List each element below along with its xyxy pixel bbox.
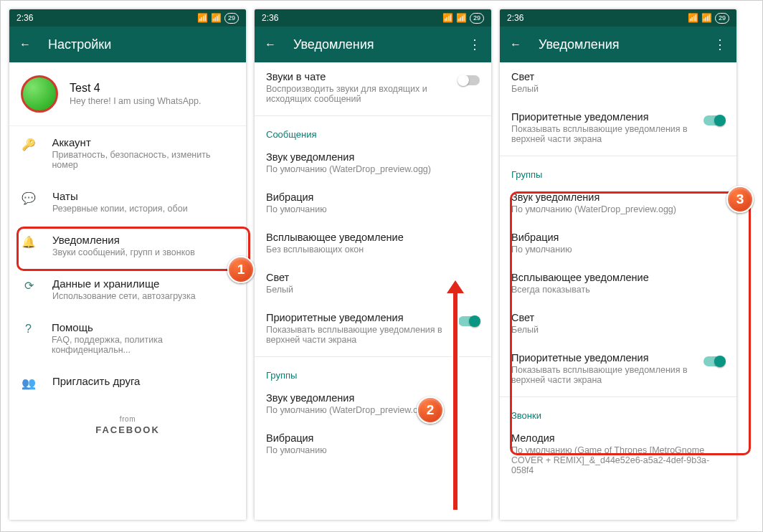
row-priority[interactable]: Приоритетные уведомления Показывать вспл… [500, 103, 736, 153]
app-bar: ← Уведомления ⋮ [500, 27, 736, 62]
settings-item-account[interactable]: 🔑 Аккаунт Приватность, безопасность, изм… [9, 126, 246, 180]
row-popup[interactable]: Всплывающее уведомление Без всплывающих … [255, 223, 491, 263]
app-bar-title: Настройки [48, 37, 236, 52]
volte-icon: 📶 [688, 13, 698, 23]
facebook-label: FACEBOOK [9, 424, 246, 435]
settings-item-data[interactable]: ⟳ Данные и хранилище Использование сети,… [9, 267, 246, 311]
back-icon[interactable]: ← [510, 38, 521, 51]
volte-icon: 📶 [197, 13, 208, 23]
phone-settings: 2:36 📶 📶 29 ← Настройки Test 4 Hey there… [9, 9, 246, 520]
row-group-priority[interactable]: Приоритетные уведомления Показывать вспл… [500, 343, 736, 394]
overflow-icon[interactable]: ⋮ [468, 37, 481, 52]
row-group-sound[interactable]: Звук уведомления По умолчанию (WaterDrop… [255, 384, 491, 424]
settings-item-invite[interactable]: 👥 Пригласить друга [9, 365, 246, 401]
app-bar: ← Уведомления ⋮ [255, 27, 491, 62]
row-sound[interactable]: Звук уведомления По умолчанию (WaterDrop… [255, 143, 491, 183]
phone-notifications-groups: 2:36 📶 📶 29 ← Уведомления ⋮ Свет Белый П… [500, 9, 736, 520]
section-groups: Группы [255, 360, 491, 384]
battery-indicator: 29 [224, 13, 239, 24]
chat-icon: 💬 [21, 190, 37, 206]
divider [255, 115, 491, 116]
status-time: 2:36 [262, 13, 278, 23]
section-calls: Звонки [500, 400, 736, 424]
status-time: 2:36 [16, 13, 33, 23]
avatar [21, 75, 58, 113]
divider [500, 396, 736, 397]
settings-item-chats[interactable]: 💬 Чаты Резервные копии, история, обои [9, 180, 246, 224]
row-group-vibration[interactable]: Вибрация По умолчанию [500, 223, 736, 263]
from-label: from [9, 415, 246, 423]
status-bar: 2:36 📶 📶 29 [500, 9, 736, 27]
status-right: 📶 📶 29 [197, 13, 239, 24]
wifi-icon: 📶 [701, 13, 712, 23]
switch-priority[interactable] [703, 115, 725, 125]
status-bar: 2:36 📶 📶 29 [9, 9, 246, 27]
volte-icon: 📶 [442, 13, 453, 23]
switch-group-priority[interactable] [703, 356, 725, 366]
section-messages: Сообщения [255, 119, 491, 143]
phone-notifications-top: 2:36 📶 📶 29 ← Уведомления ⋮ Звуки в чате… [255, 9, 491, 520]
row-group-light[interactable]: Свет Белый [500, 303, 736, 343]
people-icon: 👥 [21, 375, 37, 391]
divider [500, 156, 736, 156]
wifi-icon: 📶 [211, 13, 222, 23]
wifi-icon: 📶 [456, 13, 467, 23]
row-light[interactable]: Свет Белый [255, 263, 491, 303]
data-icon: ⟳ [21, 277, 37, 293]
settings-item-help[interactable]: ? Помощь FAQ, поддержка, политика конфид… [9, 311, 246, 365]
switch-chat-sounds[interactable] [458, 75, 480, 85]
status-right: 📶 📶 29 [442, 13, 484, 24]
battery-indicator: 29 [470, 13, 484, 24]
settings-scroll[interactable]: Test 4 Hey there! I am using WhatsApp. 🔑… [9, 62, 246, 520]
notifications-scroll[interactable]: Звуки в чате Воспроизводить звуки для вх… [255, 62, 491, 520]
app-bar: ← Настройки [9, 27, 246, 62]
row-vibration[interactable]: Вибрация По умолчанию [255, 183, 491, 223]
row-group-popup[interactable]: Всплывающее уведомление Всегда показыват… [500, 263, 736, 303]
key-icon: 🔑 [21, 136, 36, 152]
back-icon[interactable]: ← [19, 38, 31, 51]
status-time: 2:36 [507, 13, 523, 23]
section-groups: Группы [500, 159, 736, 183]
profile-name: Test 4 [70, 82, 201, 95]
notifications-scroll[interactable]: Свет Белый Приоритетные уведомления Пока… [500, 62, 736, 520]
row-group-sound[interactable]: Звук уведомления По умолчанию (WaterDrop… [500, 183, 736, 223]
app-bar-title: Уведомления [293, 37, 451, 52]
profile-row[interactable]: Test 4 Hey there! I am using WhatsApp. [9, 62, 246, 126]
row-light[interactable]: Свет Белый [500, 62, 736, 103]
settings-item-notifications[interactable]: 🔔 Уведомления Звуки сообщений, групп и з… [9, 224, 246, 267]
row-ringtone[interactable]: Мелодия По умолчанию (Game of Thrones [M… [500, 424, 736, 484]
help-icon: ? [21, 321, 36, 337]
row-chat-sounds[interactable]: Звуки в чате Воспроизводить звуки для вх… [255, 62, 491, 113]
bell-icon: 🔔 [21, 234, 37, 250]
status-bar: 2:36 📶 📶 29 [255, 9, 491, 27]
profile-status: Hey there! I am using WhatsApp. [70, 96, 201, 106]
app-bar-title: Уведомления [539, 37, 696, 52]
status-right: 📶 📶 29 [688, 13, 729, 24]
overflow-icon[interactable]: ⋮ [714, 37, 726, 52]
row-priority[interactable]: Приоритетные уведомления Показывать вспл… [255, 303, 491, 353]
back-icon[interactable]: ← [265, 38, 276, 51]
divider [255, 356, 491, 357]
row-group-vibration[interactable]: Вибрация По умолчанию [255, 424, 491, 464]
battery-indicator: 29 [715, 13, 729, 24]
switch-priority[interactable] [458, 316, 480, 326]
